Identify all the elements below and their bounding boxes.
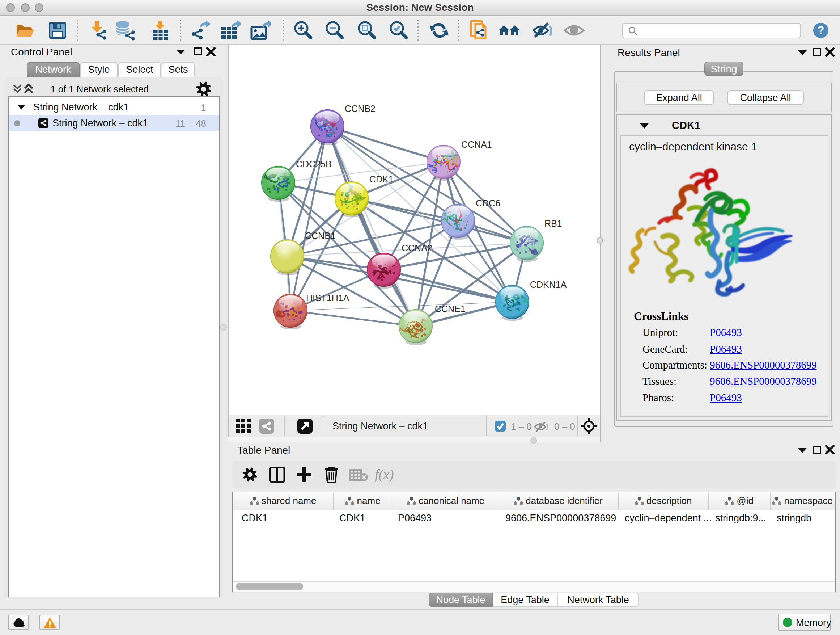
svg-text:CCNA2: CCNA2 — [401, 243, 432, 253]
svg-text:HIST1H1A: HIST1H1A — [306, 293, 349, 303]
svg-text:RB1: RB1 — [545, 218, 562, 228]
svg-text:CDC6: CDC6 — [476, 198, 500, 208]
svg-text:CCNE1: CCNE1 — [435, 304, 466, 314]
svg-text:CCNB2: CCNB2 — [345, 103, 376, 114]
svg-text:CDKN1A: CDKN1A — [530, 279, 567, 290]
svg-text:CDK1: CDK1 — [369, 174, 393, 184]
svg-text:CCNA1: CCNA1 — [461, 139, 492, 149]
svg-text:CCNB1: CCNB1 — [305, 231, 336, 241]
svg-text:CDC25B: CDC25B — [296, 159, 332, 169]
